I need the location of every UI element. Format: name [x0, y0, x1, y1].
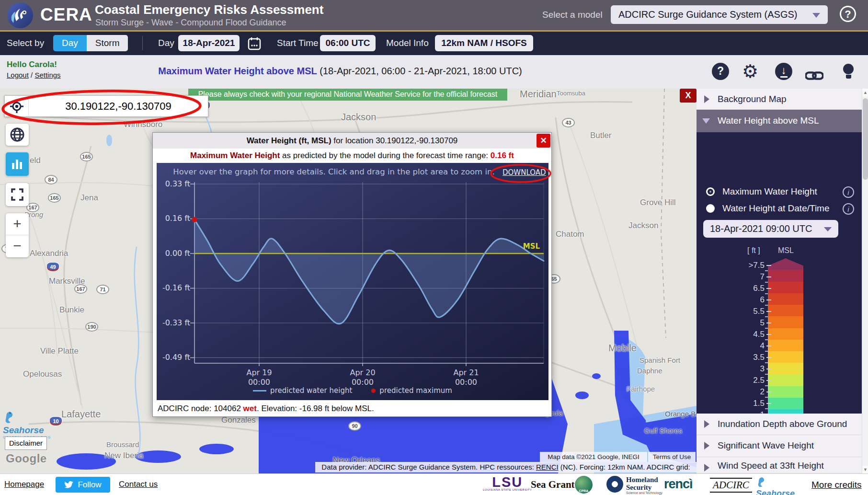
radio-icon[interactable]	[706, 204, 715, 213]
seahorse-footer-logo[interactable]: Seahorse COASTAL CONSULTING	[756, 476, 804, 495]
msl-line-label: MSL	[509, 242, 540, 251]
day-storm-toggle[interactable]: Day Storm	[53, 35, 128, 51]
disclaimer-button[interactable]: Disclaimer	[5, 437, 47, 450]
adcirc-logo[interactable]: ADCIRC	[710, 478, 752, 493]
section-water-height[interactable]: Water Height above MSL	[697, 110, 862, 132]
scale-tick: 6.5	[725, 284, 765, 293]
app-subtitle: Storm Surge - Wave - Compound Flood Guid…	[95, 18, 286, 28]
download-icon[interactable]: ↓	[775, 63, 792, 80]
app-title: Coastal Emergency Risks Assessment	[95, 2, 323, 17]
header-help-button[interactable]: ?	[840, 6, 856, 22]
section-background-map[interactable]: Background Map	[697, 89, 862, 110]
chevron-right-icon	[704, 95, 709, 103]
window-scrollbar[interactable]: ▲ ▼	[862, 89, 868, 473]
radio-water-height-datetime[interactable]: Water Height at Date/Time i	[706, 203, 852, 215]
chevron-down-icon	[812, 13, 820, 18]
globe-button[interactable]	[6, 124, 29, 146]
chevron-right-icon	[704, 420, 709, 428]
x-tick: Apr 1900:00	[238, 368, 281, 387]
fullscreen-button[interactable]	[6, 183, 29, 206]
legend-maximum[interactable]: predicted maximum	[371, 386, 452, 395]
highway-shield: 90	[348, 421, 361, 431]
timeseries-chart-button[interactable]	[6, 152, 29, 176]
map-town-label: Jackson	[628, 221, 658, 230]
map-city-label: Meridian	[520, 89, 557, 100]
section-wind-speed[interactable]: Wind Speed at 33ft Height	[697, 457, 862, 473]
scroll-up-arrow[interactable]: ▲	[862, 89, 868, 96]
tab-day[interactable]: Day	[53, 35, 87, 51]
model-select[interactable]: ADCIRC Surge Guidance System (ASGS)	[611, 5, 828, 24]
link-icon[interactable]	[805, 67, 823, 85]
section-inundation-depth[interactable]: Inundation Depth above Ground	[697, 414, 862, 435]
scale-datum: MSL	[778, 246, 794, 255]
select-by-label: Select by	[7, 38, 44, 48]
popup-close-button[interactable]: ✕	[537, 134, 550, 148]
coordinate-search[interactable]: 30.190122,-90.130709	[4, 95, 208, 117]
scale-tick: 2.5	[725, 376, 765, 385]
popup-title: Water Height (ft, MSL) for location 30.1…	[153, 133, 551, 149]
start-time-value[interactable]: 06:00 UTC	[320, 35, 376, 51]
cpra-logo[interactable]: CPRA	[575, 476, 593, 494]
scale-tick: >7.5	[725, 261, 765, 270]
map-town-label: Opelousas	[23, 369, 62, 379]
renci-link[interactable]: RENCI	[536, 463, 559, 471]
map-attribution: Map data ©2021 Google, INEGI	[540, 452, 647, 462]
calendar-icon[interactable]	[248, 36, 261, 51]
model-info-value[interactable]: 12km NAM / HSOFS	[435, 35, 533, 51]
homepage-link[interactable]: Homepage	[4, 480, 44, 489]
highway-shield: 43	[562, 118, 575, 127]
highway-shield: 190	[85, 322, 98, 332]
map-town-label: Gulf Shores	[644, 426, 682, 435]
datetime-select[interactable]: 18-Apr-2021 09:00 UTC	[703, 220, 838, 238]
coordinate-input[interactable]: 30.190122,-90.130709	[29, 96, 208, 116]
legend-water-height[interactable]: predicted water height	[253, 386, 352, 395]
google-logo: Google	[6, 452, 47, 465]
scrollbar-thumb[interactable]	[863, 98, 868, 180]
map-town-label: Winnsboro	[124, 120, 162, 129]
section-wave-height[interactable]: Significant Wave Height	[697, 435, 862, 457]
tab-storm[interactable]: Storm	[87, 35, 128, 51]
model-info-label: Model Info	[386, 38, 429, 48]
chevron-right-icon	[704, 464, 709, 472]
help-icon[interactable]: ?	[712, 63, 729, 80]
scale-tick: 2	[725, 387, 765, 397]
map-town-label: Chatom	[556, 230, 584, 239]
seagrant-logo[interactable]: Sea Grant	[531, 479, 575, 491]
terms-of-use-link[interactable]: Terms of Use	[648, 452, 696, 462]
brand-name: CERA	[40, 5, 92, 25]
scale-unit: [ ft ]	[747, 246, 760, 255]
zoom-out-button[interactable]: −	[6, 235, 29, 257]
highway-shield: 71	[96, 285, 109, 294]
info-icon[interactable]: i	[843, 186, 854, 198]
lsu-logo[interactable]: LSU LOUISIANA STATE UNIVERSITY	[483, 476, 532, 491]
day-field-label: Day	[158, 38, 174, 48]
map-town-label: Fairhope	[627, 385, 655, 393]
y-tick: 0.00 ft	[157, 249, 190, 258]
start-time-label: Start Time	[277, 38, 319, 48]
chart-plot[interactable]	[157, 163, 548, 400]
more-credits-link[interactable]: More credits	[811, 480, 862, 490]
zoom-in-button[interactable]: +	[6, 213, 29, 235]
scroll-down-arrow[interactable]: ▼	[862, 466, 868, 473]
lightbulb-icon[interactable]	[839, 63, 857, 81]
twitter-follow-button[interactable]: Follow	[56, 477, 110, 493]
app-header: CERA Coastal Emergency Risks Assessment …	[0, 0, 868, 32]
dhs-seal-icon	[606, 476, 623, 493]
contact-link[interactable]: Contact us	[119, 480, 158, 489]
locate-icon[interactable]	[5, 96, 29, 116]
page-footer: Homepage Follow Contact us LSU LOUISIANA…	[0, 473, 868, 495]
homeland-security-logo[interactable]: HomelandSecurity Science and Technology	[606, 476, 662, 495]
gear-icon[interactable]: ⚙	[742, 63, 760, 81]
map-close-button[interactable]: X	[680, 89, 697, 103]
map-town-label: eld	[30, 156, 41, 165]
scale-tick: 5	[725, 318, 765, 328]
download-link[interactable]: DOWNLOAD	[503, 168, 546, 177]
renci-logo[interactable]: rencì	[664, 477, 693, 492]
chart-hint: Hover over the graph for more details. C…	[157, 167, 511, 176]
map-city-label: Jackson	[341, 112, 376, 123]
radio-selected-icon[interactable]	[706, 187, 715, 196]
day-value-field[interactable]: 18-Apr-2021	[178, 35, 240, 51]
radio-maximum-water-height[interactable]: Maximum Water Height i	[706, 186, 852, 198]
info-icon[interactable]: i	[843, 203, 854, 215]
water-height-chart[interactable]: Hover over the graph for more details. C…	[157, 163, 548, 400]
